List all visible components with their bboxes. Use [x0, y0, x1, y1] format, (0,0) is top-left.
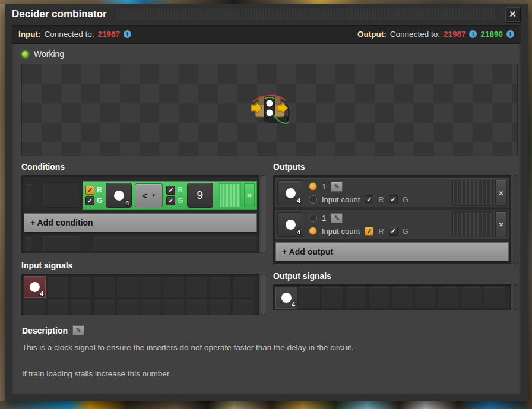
constant-value-radio[interactable] [309, 182, 317, 191]
empty-signal-slot [140, 300, 162, 315]
delete-output-button[interactable]: ✕ [495, 180, 507, 206]
green-wire-checkbox[interactable]: ✓ [389, 227, 398, 236]
second-constant-button[interactable]: 9 [187, 183, 213, 208]
green-wire-checkbox[interactable]: ✓ [389, 195, 398, 204]
description-heading: Description [22, 326, 68, 335]
input-connection: Input: Connected to: 21967 i [18, 30, 131, 39]
edit-constant-button[interactable]: ✎ [331, 182, 343, 192]
empty-signal-slot [345, 287, 367, 309]
input-count-radio[interactable] [309, 195, 317, 204]
add-output-button[interactable]: + Add output [276, 242, 509, 261]
status-label: Working [34, 49, 64, 59]
decider-combinator-dialog: Decider combinator ✕ Input: Connected to… [5, 4, 528, 401]
edit-description-button[interactable]: ✎ [72, 325, 84, 335]
drag-handle[interactable] [114, 8, 498, 21]
pencil-icon: ✎ [75, 326, 81, 334]
info-icon[interactable]: i [469, 30, 477, 38]
empty-signal-slot [322, 287, 344, 309]
signal-quality-badge: 4 [297, 229, 300, 236]
empty-signal-slot [232, 276, 254, 298]
empty-signal-slot [414, 287, 436, 309]
delete-output-button[interactable]: ✕ [495, 211, 507, 237]
empty-condition-slot [26, 184, 31, 207]
signal-quality-badge: 4 [297, 197, 300, 204]
dialog-content: Input: Connected to: 21967 i Output: Con… [12, 25, 521, 394]
empty-condition-slot [26, 237, 31, 252]
close-button[interactable]: ✕ [505, 7, 521, 23]
empty-signal-slot [24, 300, 46, 315]
green-wire-checkbox[interactable]: ✓ [86, 196, 94, 205]
red-wire-checkbox[interactable]: ✓ [365, 195, 373, 204]
output-row-filler [452, 211, 493, 237]
signal-white-icon [286, 220, 296, 230]
delete-condition-button[interactable]: ✕ [244, 183, 255, 207]
input-count-radio[interactable] [309, 227, 317, 235]
red-wire-checkbox[interactable]: ✓ [86, 186, 94, 195]
comparator-dropdown[interactable]: < ▼ [135, 183, 163, 207]
constant-value-label: 1 [322, 214, 326, 223]
output-signals-scrollbar[interactable] [513, 284, 518, 310]
green-wire-label: G [403, 195, 408, 204]
info-icon[interactable]: i [124, 30, 131, 38]
red-wire-checkbox[interactable]: ✓ [365, 227, 373, 236]
empty-signal-slot [484, 287, 506, 309]
input-label: Input: [18, 30, 40, 39]
empty-signal-slot [368, 287, 390, 309]
first-signal-button[interactable]: 4 [106, 183, 132, 208]
dialog-titlebar[interactable]: Decider combinator ✕ [5, 4, 528, 25]
outputs-scrollbar[interactable] [513, 175, 518, 264]
empty-signal-slot [116, 300, 138, 315]
factorio-screen: Decider combinator ✕ Input: Connected to… [0, 0, 532, 409]
empty-signal-slot [232, 300, 254, 315]
output-network-id-green: 21890 [480, 30, 503, 39]
signal-count-badge: 4 [40, 290, 43, 297]
empty-signal-slot [299, 287, 321, 309]
constant-value: 9 [197, 189, 203, 202]
input-network-id-red: 21967 [98, 30, 121, 39]
green-wire-checkbox[interactable]: ✓ [166, 196, 175, 205]
input-signals-scrollbar[interactable] [261, 274, 266, 315]
red-wire-label: R [378, 227, 384, 236]
edit-constant-button[interactable]: ✎ [331, 213, 343, 223]
description-section: Description ✎ This is a clock signal to … [22, 325, 511, 379]
connected-to-label: Connected to: [44, 30, 94, 39]
output-mode-options: 1 ✎ Input count ✓ R ✓ [309, 180, 408, 205]
empty-signal-slot [140, 276, 162, 298]
condition-row-filler [219, 183, 241, 207]
empty-signal-slot [47, 300, 69, 315]
red-wire-label: R [178, 186, 183, 194]
add-condition-button[interactable]: + Add condition [24, 213, 257, 232]
info-icon[interactable]: i [506, 30, 514, 38]
input-count-label: Input count [322, 227, 360, 236]
signal-white-icon [286, 188, 296, 198]
output-row-filler [452, 180, 493, 206]
empty-signal-slot [461, 287, 483, 309]
comparator-value: < [142, 191, 147, 201]
constant-value-radio[interactable] [309, 214, 317, 222]
chevron-down-icon: ▼ [151, 193, 156, 198]
output-network-id-red: 21967 [444, 30, 466, 39]
game-world-background [0, 401, 532, 409]
outputs-heading: Outputs [273, 162, 518, 172]
red-wire-checkbox[interactable]: ✓ [166, 186, 175, 195]
conditions-scrollbar[interactable] [261, 175, 266, 253]
empty-signal-slot [93, 300, 115, 315]
empty-signal-slot [209, 300, 231, 315]
output-signals-panel: 4 [273, 284, 511, 310]
dialog-title: Decider combinator [12, 8, 107, 20]
signal-white-icon [30, 282, 40, 292]
empty-signal-slot [70, 276, 92, 298]
empty-signal-slot [186, 276, 208, 298]
empty-condition-slot [43, 183, 79, 208]
output-signal-button[interactable]: 4 [277, 180, 303, 205]
connected-to-label: Connected to: [390, 30, 440, 39]
game-world-background [527, 0, 532, 409]
signal-count-badge: 4 [292, 301, 295, 308]
conditions-column: Conditions ✓ [21, 162, 266, 315]
green-wire-label: G [97, 196, 102, 205]
output-signal-slot: 4 [276, 287, 297, 309]
connection-bar: Input: Connected to: 21967 i Output: Con… [12, 25, 521, 44]
input-count-label: Input count [322, 195, 360, 204]
output-signal-button[interactable]: 4 [277, 212, 303, 237]
empty-signal-slot [116, 276, 138, 298]
